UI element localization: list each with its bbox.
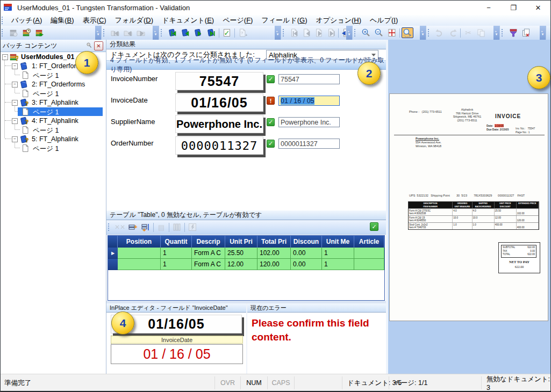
table-cell[interactable]: 102.00 (257, 248, 291, 259)
toolbar-overflow-icon[interactable]: »▼ (95, 26, 101, 40)
next-folder-icon (135, 27, 147, 38)
grid-column-header-total-pri[interactable]: Total Pri (257, 236, 291, 248)
toolbar-overflow-icon[interactable]: »▼ (275, 26, 281, 40)
grid-column-header-unit-pri[interactable]: Unit Pri (225, 236, 257, 248)
add-row-icon[interactable]: + (140, 222, 152, 233)
table-cell[interactable]: 25.50 (225, 248, 257, 259)
last-document-icon[interactable] (205, 27, 217, 38)
grid-column-header-descrip[interactable]: Descrip (192, 236, 225, 248)
toolbar-overflow-icon[interactable]: »▼ (493, 26, 499, 40)
table-cell[interactable]: Form A C (192, 248, 225, 259)
toolbar-overflow-icon[interactable]: »▼ (540, 26, 546, 40)
field-input-InvoiceDate[interactable]: 01 / 16 / 05 (278, 96, 340, 106)
menu-item-options[interactable]: オプション(H) (311, 15, 366, 26)
menu-bar: バッチ(A)編集(B)表示(C)フォルダ(D)ドキュメント(E)ページ(F)フィ… (0, 15, 551, 26)
tree-expander-icon[interactable]: − (12, 63, 18, 69)
force-valid-icon[interactable] (507, 27, 519, 38)
window-title: UserModules_01 - Tungsten Transformation… (17, 4, 190, 12)
tree-node-document-5[interactable]: −?5: FT_Alphalink (0, 134, 106, 143)
maximize-button[interactable]: ❐ (501, 1, 526, 15)
close-batch-icon[interactable] (33, 27, 45, 38)
tree-node-document-4[interactable]: −?4: FT_Alphalink (0, 116, 106, 125)
svg-text:+: + (364, 30, 367, 34)
first-document-icon[interactable] (167, 27, 178, 38)
menu-item-document[interactable]: ドキュメント(E) (158, 15, 218, 26)
grid-column-header-article[interactable]: Article (354, 236, 384, 248)
grid-column-header-quantit[interactable]: Quantit (161, 236, 192, 248)
toolbar-separator (169, 223, 169, 232)
tree-node-page[interactable]: ページ 1 (0, 143, 106, 153)
table-valid-icon: ✓ (370, 222, 378, 231)
tree-node-page[interactable]: ページ 1 (0, 107, 106, 116)
validate-document-icon[interactable]: ✓ (221, 27, 233, 38)
table-cell[interactable] (118, 259, 161, 270)
table-cell[interactable]: 1 (161, 259, 192, 270)
svg-text:×: × (526, 32, 529, 38)
table-cell[interactable]: 0.00 (291, 248, 322, 259)
next-page-icon (313, 27, 325, 38)
document-preview[interactable]: Phone : (201) 773-6511Alphalink 766 Hari… (389, 93, 548, 321)
fit-page-icon[interactable] (386, 27, 398, 38)
prev-document-icon[interactable] (180, 27, 191, 38)
menu-item-view[interactable]: 表示(C) (78, 15, 111, 26)
row-selector[interactable]: ▶ (108, 248, 118, 259)
tree-expander-icon[interactable]: − (12, 118, 18, 124)
menu-item-page[interactable]: ページ(F) (218, 15, 257, 26)
menu-item-help[interactable]: ヘルプ(I) (366, 15, 402, 26)
table-cell[interactable]: 120.00 (257, 259, 291, 270)
zoom-selection-icon[interactable] (402, 27, 413, 38)
tree-node-document-2[interactable]: −2: FT_Orderforms (0, 79, 106, 89)
tree-expander-icon[interactable]: − (2, 54, 8, 60)
menu-item-folder[interactable]: フォルダ(D) (111, 15, 158, 26)
table-cell[interactable]: 12.00 (225, 259, 257, 270)
tree-node-page[interactable]: ページ 1 (0, 89, 106, 98)
tree-node-label: ページ 1 (33, 108, 59, 117)
field-input-SupplierName[interactable]: Powerphone Inc. (278, 117, 340, 127)
zoom-out-icon[interactable]: − (373, 27, 385, 38)
menu-item-edit[interactable]: 編集(B) (46, 15, 78, 26)
table-cell[interactable]: 0.00 (291, 259, 322, 270)
table-cell[interactable] (354, 248, 384, 259)
menu-item-batch[interactable]: バッチ(A) (7, 15, 46, 26)
tree-expander-icon[interactable]: − (12, 100, 18, 106)
menu-item-field[interactable]: フィールド(G) (257, 15, 311, 26)
toolbar-overflow-icon[interactable]: »▼ (346, 26, 352, 40)
table-cell[interactable]: Form A C (192, 259, 225, 270)
tree-node-label: UserModules_01 (21, 53, 74, 61)
pin-icon[interactable] (85, 41, 93, 49)
table-cell[interactable]: 1 (161, 248, 192, 259)
zoom-in-icon[interactable]: + (360, 27, 372, 38)
grid-column-header-discoun[interactable]: Discoun (291, 236, 322, 248)
table-row: 1Form A C12.00120.000.001 (108, 259, 384, 270)
row-selector[interactable] (108, 259, 118, 270)
next-document-icon[interactable] (192, 27, 204, 38)
toolbar-separator (460, 28, 461, 38)
table-cell[interactable]: 1 (322, 248, 354, 259)
suspend-batch-icon[interactable] (20, 27, 32, 38)
tree-node-page[interactable]: ページ 1 (0, 125, 106, 134)
field-snippet-image: 75547 (175, 72, 263, 90)
field-input-InvoiceNumber[interactable]: 75547 (278, 74, 340, 84)
delete-document-icon[interactable]: × (520, 27, 532, 38)
toolbar-separator (153, 223, 154, 232)
annotation-callout-2: 2 (357, 62, 381, 85)
toolbar-overflow-icon[interactable]: »▼ (420, 26, 426, 40)
close-panel-icon[interactable]: ✕ (94, 41, 103, 50)
toolbar-overflow-icon[interactable]: »▼ (153, 26, 159, 40)
table-cell[interactable] (354, 259, 384, 270)
close-button[interactable]: ✕ (526, 1, 550, 15)
grid-column-header-position[interactable]: Position (118, 236, 161, 248)
table-cell[interactable]: 1 (322, 259, 354, 270)
document-book-icon (19, 79, 28, 89)
tree-node-document-3[interactable]: −?3: FT_Alphalink (0, 98, 106, 107)
tree-expander-icon[interactable]: − (12, 136, 18, 142)
minimize-button[interactable]: − (476, 1, 501, 15)
grid-column-header-unit-me[interactable]: Unit Me (322, 236, 354, 248)
document-viewer[interactable]: Phone : (201) 773-6511Alphalink 766 Hari… (388, 40, 551, 374)
table-cell[interactable] (118, 248, 161, 259)
field-input-OrderNumber[interactable]: 0000011327 (278, 139, 340, 149)
tree-expander-icon[interactable]: − (12, 82, 18, 88)
insert-row-icon[interactable]: + (127, 222, 139, 233)
inplace-field-value[interactable]: 01 / 16 / 05 (111, 344, 243, 364)
classification-title: 分類結果 (110, 40, 135, 49)
